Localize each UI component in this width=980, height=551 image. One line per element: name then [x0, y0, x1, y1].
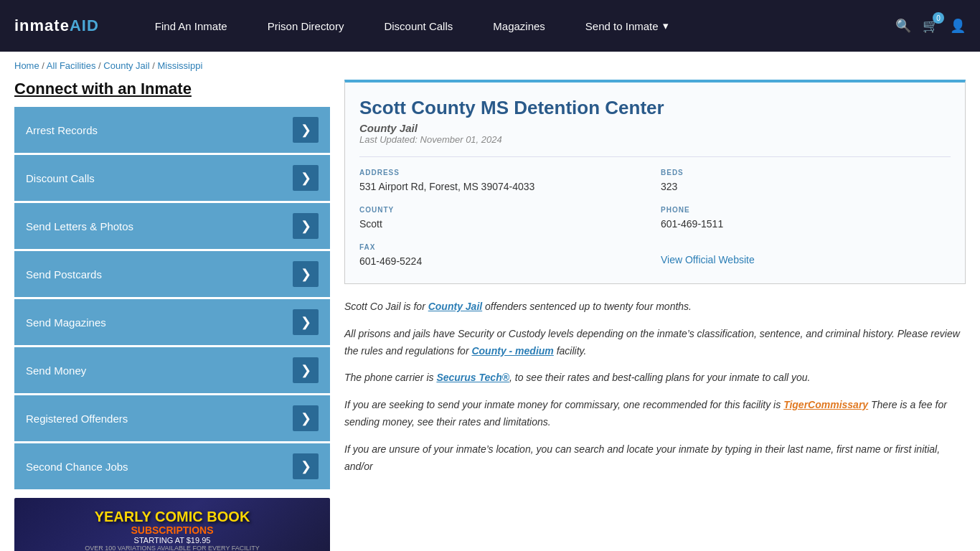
- header-icons: 🔍 🛒 0 👤: [895, 18, 966, 34]
- website-spacer: [661, 243, 951, 251]
- securus-link[interactable]: Securus Tech®: [436, 372, 509, 383]
- desc-para3-pre: The phone carrier is: [344, 372, 436, 383]
- sidebar-item-label: Discount Calls: [26, 172, 95, 184]
- sidebar-arrow-icon: ❯: [293, 309, 319, 335]
- fax-value: 601-469-5224: [359, 254, 649, 269]
- county-cell: COUNTY Scott: [359, 206, 649, 232]
- facility-name: Scott County MS Detention Center: [359, 97, 951, 119]
- desc-para1-pre: Scott Co Jail is for: [344, 301, 428, 312]
- sidebar-item-label: Registered Offenders: [26, 413, 128, 425]
- sidebar-arrow-icon: ❯: [293, 213, 319, 239]
- sidebar-item-label: Second Chance Jobs: [26, 461, 128, 473]
- desc-para1: Scott Co Jail is for County Jail offende…: [344, 298, 966, 316]
- send-to-inmate-label: Send to Inmate: [585, 20, 659, 32]
- county-jail-link[interactable]: County Jail: [428, 301, 482, 312]
- county-value: Scott: [359, 217, 649, 232]
- address-cell: ADDRESS 531 Airport Rd, Forest, MS 39074…: [359, 169, 649, 194]
- sidebar-item-label: Send Magazines: [26, 316, 106, 329]
- desc-para4-pre: If you are seeking to send your inmate m…: [344, 399, 783, 410]
- sidebar-item-send-money[interactable]: Send Money ❯: [14, 347, 330, 393]
- site-header: inmateAID Find An Inmate Prison Director…: [0, 0, 980, 52]
- sidebar-item-label: Send Postcards: [26, 268, 102, 281]
- facility-description: Scott Co Jail is for County Jail offende…: [344, 298, 966, 475]
- main-nav: Find An Inmate Prison Directory Discount…: [135, 0, 874, 52]
- user-icon[interactable]: 👤: [950, 18, 966, 34]
- website-cell: View Official Website: [661, 243, 951, 269]
- cart-badge: 0: [933, 12, 944, 24]
- facility-updated: Last Updated: November 01, 2024: [359, 134, 951, 145]
- view-official-website-link[interactable]: View Official Website: [661, 254, 755, 265]
- sidebar-item-label: Send Money: [26, 364, 86, 377]
- fax-label: FAX: [359, 243, 649, 251]
- nav-find-inmate[interactable]: Find An Inmate: [135, 0, 248, 52]
- sidebar-item-discount-calls[interactable]: Discount Calls ❯: [14, 155, 330, 201]
- sidebar-item-label: Arrest Records: [26, 124, 98, 136]
- desc-para3-post: , to see their rates and best-calling pl…: [509, 372, 810, 383]
- facility-type: County Jail: [359, 122, 951, 134]
- breadcrumb-mississippi[interactable]: Mississippi: [157, 60, 202, 71]
- nav-discount-calls[interactable]: Discount Calls: [364, 0, 473, 52]
- phone-value: 601-469-1511: [661, 217, 951, 232]
- logo-text: inmateAID: [14, 17, 99, 35]
- sidebar-arrow-icon: ❯: [293, 165, 319, 191]
- sidebar-arrow-icon: ❯: [293, 261, 319, 287]
- phone-cell: PHONE 601-469-1511: [661, 206, 951, 232]
- ad-footer: OVER 100 VARIATIONS AVAILABLE FOR EVERY …: [85, 545, 260, 551]
- desc-para3: The phone carrier is Securus Tech®, to s…: [344, 369, 966, 387]
- sidebar-arrow-icon: ❯: [293, 453, 319, 479]
- sidebar-item-label: Send Letters & Photos: [26, 220, 133, 232]
- ad-banner[interactable]: YEARLY COMIC BOOK SUBSCRIPTIONS STARTING…: [14, 498, 330, 551]
- sidebar-arrow-icon: ❯: [293, 405, 319, 431]
- desc-para4: If you are seeking to send your inmate m…: [344, 397, 966, 431]
- sidebar-title: Connect with an Inmate: [14, 80, 330, 98]
- logo[interactable]: inmateAID: [14, 17, 99, 35]
- nav-prison-directory[interactable]: Prison Directory: [248, 0, 364, 52]
- county-medium-link[interactable]: County - medium: [471, 345, 553, 357]
- facility-content: Scott County MS Detention Center County …: [344, 80, 966, 551]
- breadcrumb-all-facilities[interactable]: All Facilities: [47, 60, 96, 71]
- desc-para5-text: If you are unsure of your inmate’s locat…: [344, 443, 940, 472]
- facility-card: Scott County MS Detention Center County …: [344, 80, 966, 284]
- desc-para2-text: All prisons and jails have Security or C…: [344, 328, 960, 357]
- cart-icon[interactable]: 🛒 0: [923, 18, 938, 34]
- nav-send-to-inmate[interactable]: Send to Inmate ▾: [565, 0, 689, 52]
- address-value: 531 Airport Rd, Forest, MS 39074-4033: [359, 179, 649, 194]
- sidebar: Connect with an Inmate Arrest Records ❯ …: [14, 80, 330, 551]
- sidebar-item-second-chance-jobs[interactable]: Second Chance Jobs ❯: [14, 443, 330, 489]
- tiger-commissary-link[interactable]: TigerCommissary: [783, 399, 868, 410]
- sidebar-item-send-postcards[interactable]: Send Postcards ❯: [14, 251, 330, 297]
- breadcrumb-home[interactable]: Home: [14, 60, 39, 71]
- address-label: ADDRESS: [359, 169, 649, 176]
- county-label: COUNTY: [359, 206, 649, 214]
- sidebar-item-registered-offenders[interactable]: Registered Offenders ❯: [14, 395, 330, 441]
- ad-title-line2: SUBSCRIPTIONS: [131, 524, 213, 536]
- breadcrumb: Home / All Facilities / County Jail / Mi…: [0, 52, 980, 80]
- ad-title-line1: YEARLY COMIC BOOK: [95, 509, 250, 524]
- beds-cell: BEDS 323: [661, 169, 951, 194]
- sidebar-arrow-icon: ❯: [293, 357, 319, 383]
- phone-label: PHONE: [661, 206, 951, 214]
- sidebar-arrow-icon: ❯: [293, 117, 319, 143]
- dropdown-arrow-icon: ▾: [663, 19, 669, 32]
- ad-price: STARTING AT $19.95: [134, 536, 211, 545]
- facility-info-grid: ADDRESS 531 Airport Rd, Forest, MS 39074…: [359, 156, 951, 269]
- desc-para2-post: facility.: [554, 345, 587, 357]
- desc-para2: All prisons and jails have Security or C…: [344, 326, 966, 360]
- breadcrumb-county-jail[interactable]: County Jail: [103, 60, 149, 71]
- sidebar-item-send-letters[interactable]: Send Letters & Photos ❯: [14, 203, 330, 249]
- desc-para1-post: offenders sentenced up to twenty four mo…: [482, 301, 692, 312]
- search-icon[interactable]: 🔍: [895, 18, 911, 34]
- sidebar-item-send-magazines[interactable]: Send Magazines ❯: [14, 299, 330, 345]
- desc-para5: If you are unsure of your inmate’s locat…: [344, 441, 966, 476]
- nav-magazines[interactable]: Magazines: [473, 0, 565, 52]
- sidebar-item-arrest-records[interactable]: Arrest Records ❯: [14, 107, 330, 153]
- fax-cell: FAX 601-469-5224: [359, 243, 649, 269]
- beds-value: 323: [661, 179, 951, 194]
- main-container: Connect with an Inmate Arrest Records ❯ …: [0, 80, 980, 551]
- beds-label: BEDS: [661, 169, 951, 176]
